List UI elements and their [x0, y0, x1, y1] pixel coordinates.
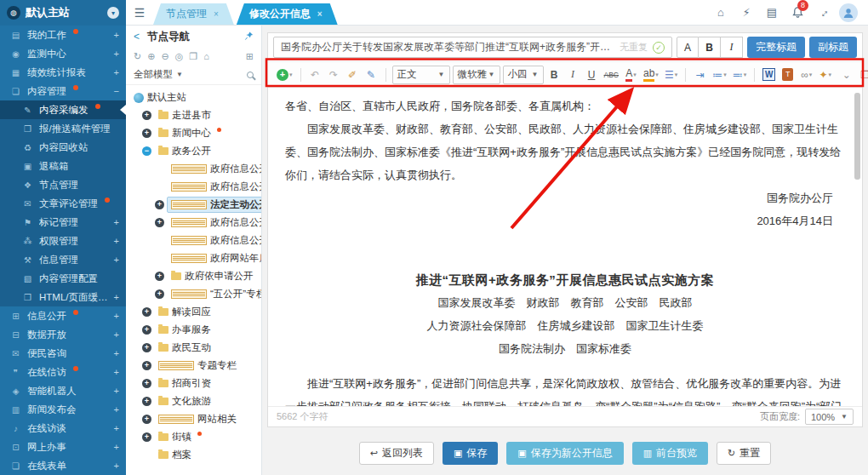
sidebar-item-html-cache[interactable]: ❐HTML/页面缓存生成+ [0, 288, 126, 306]
site-switcher[interactable]: ◍ 默认主站 ▾ [0, 0, 126, 26]
expand-icon[interactable]: + [142, 397, 151, 406]
sidebar-item-press-conference[interactable]: ▥新闻发布会+ [0, 400, 126, 419]
action-button-info[interactable]: ▥前台预览 [632, 442, 708, 465]
refresh-icon[interactable]: ↻ [134, 51, 141, 62]
sidebar-item-public-consult[interactable]: ✉便民咨询+ [0, 344, 126, 363]
collapse-all-icon[interactable]: ⊖ [161, 51, 168, 62]
sidebar-item-info-management[interactable]: ⚒信息管理+ [0, 250, 126, 269]
home-node-icon[interactable]: ⌂ [203, 51, 209, 61]
sidebar-item-content-management[interactable]: ❏内容管理− [0, 82, 126, 100]
tree-node-row[interactable]: 政府信息公开指南 [126, 160, 261, 178]
tree-node[interactable]: 政务公开 [154, 143, 215, 159]
expand-icon[interactable]: + [114, 329, 119, 340]
page-width-select[interactable]: 100% ▼ [805, 409, 854, 425]
tree-node[interactable]: 政民互动 [154, 340, 215, 356]
tree-node[interactable]: 文化旅游 [154, 393, 215, 409]
tree-node-row[interactable]: +文化旅游 [126, 392, 261, 410]
expand-icon[interactable]: + [142, 343, 151, 352]
highlight-color-icon[interactable]: ab▾ [642, 66, 660, 84]
italic-icon[interactable]: I [565, 66, 581, 84]
expand-icon[interactable]: + [114, 292, 119, 302]
font-family-select[interactable]: 微软雅▼ [453, 66, 500, 84]
hamburger-icon[interactable]: ☰ [126, 0, 153, 26]
word-import-icon[interactable]: W [761, 66, 777, 84]
news-icon[interactable]: ▤ [759, 0, 785, 26]
action-button-plain[interactable]: ↩返回列表 [359, 442, 434, 465]
expand-icon[interactable]: + [142, 361, 151, 370]
tree-node-row[interactable]: 默认主站 [126, 89, 261, 106]
expand-icon[interactable]: + [114, 236, 119, 246]
tree-node[interactable]: 政府信息公开制度 [167, 179, 261, 195]
expand-icon[interactable]: + [155, 218, 164, 227]
tab-node-management[interactable]: 节点管理× [153, 3, 234, 25]
tree-node-row[interactable]: +专题专栏 [126, 357, 261, 375]
expand-icon[interactable]: + [142, 129, 151, 138]
tree-node-row[interactable]: +街镇 [126, 428, 261, 446]
tree-node[interactable]: 网站相关 [154, 411, 241, 427]
tree-node-row[interactable]: 政府信息公开年报 [126, 232, 261, 249]
tree-node[interactable]: 政府信息公开年报 [167, 232, 261, 249]
site-view-icon[interactable]: ◎ [175, 51, 184, 62]
tree-node-row[interactable]: +政府依申请公开 [126, 267, 261, 285]
paragraph-select[interactable]: 正文▼ [392, 66, 450, 84]
tree-node[interactable]: 解读回应 [154, 304, 215, 320]
full-title-button[interactable]: 完整标题 [747, 37, 805, 58]
expand-icon[interactable]: + [114, 348, 119, 358]
sidebar-item-performance-reports[interactable]: ▦绩效统计报表+ [0, 63, 126, 82]
action-button-plain[interactable]: ↻重置 [717, 442, 771, 465]
tab-edit-public-info[interactable]: 修改公开信息× [237, 3, 338, 25]
tab-close-icon[interactable]: × [317, 9, 323, 19]
tree-node[interactable]: 办事服务 [154, 322, 215, 338]
font-size-select[interactable]: 小四▼ [503, 66, 544, 84]
format-painter-icon[interactable]: ✐ [345, 66, 361, 84]
tree-node-row[interactable]: +解读回应 [126, 303, 261, 321]
expand-icon[interactable]: + [142, 432, 151, 442]
tree-node-row[interactable]: 政府网站年度报表 [126, 249, 261, 267]
more-tools-icon[interactable]: ⌄ [838, 66, 854, 84]
sidebar-item-content-editing[interactable]: ✎内容采编发 [0, 100, 126, 119]
user-avatar[interactable] [836, 0, 861, 26]
sidebar-item-my-work[interactable]: ▤我的工作+ [0, 26, 126, 44]
tab-close-icon[interactable]: × [214, 9, 219, 19]
title-color-button[interactable]: A [677, 37, 699, 58]
tree-node-row[interactable]: +法定主动公开内容 [126, 196, 261, 214]
bold-icon[interactable]: B [546, 66, 562, 84]
expand-icon[interactable]: + [114, 67, 119, 77]
save-button[interactable]: ▣保存 [443, 442, 498, 465]
undo-icon[interactable]: ↶ [307, 66, 323, 84]
model-filter[interactable]: 全部模型 ▼ [126, 65, 261, 85]
quick-action-icon[interactable]: ⚡ [734, 0, 759, 26]
tree-node-row[interactable]: −政务公开 [126, 142, 261, 160]
tree-node-row[interactable]: 档案 [126, 446, 261, 464]
tree-node[interactable]: 政府信息公开指南 [167, 161, 261, 177]
expand-icon[interactable]: + [114, 311, 119, 321]
sidebar-item-permission-management[interactable]: ⁂权限管理+ [0, 232, 126, 250]
action-button-info[interactable]: ▣保存为新公开信息 [506, 442, 623, 465]
collapse-icon[interactable]: − [142, 146, 151, 156]
expand-icon[interactable]: + [114, 255, 119, 265]
tree-node[interactable]: 政府信息公开目录 [167, 215, 261, 231]
sidebar-item-data-open[interactable]: ⊟数据开放+ [0, 325, 126, 344]
tree-node[interactable]: 招商引资 [154, 375, 215, 392]
title-italic-button[interactable]: I [721, 37, 743, 58]
title-bold-button[interactable]: B [699, 37, 721, 58]
tree-node-row[interactable]: +网站相关 [126, 410, 261, 428]
tree-node-row[interactable]: +招商引资 [126, 375, 261, 392]
ordered-list-icon[interactable]: ≔▾ [711, 66, 728, 84]
expand-icon[interactable]: + [142, 415, 151, 424]
sidebar-item-content-recycle[interactable]: ♻内容回收站 [0, 138, 126, 157]
sidebar-item-online-forms[interactable]: ❏在线表单+ [0, 456, 126, 475]
tree-node-row[interactable]: +政民互动 [126, 339, 261, 357]
pin-icon[interactable] [244, 31, 254, 43]
underline-icon[interactable]: U [584, 66, 600, 84]
tree-node[interactable]: 档案 [154, 447, 196, 463]
link-icon[interactable]: ∞▾ [798, 66, 814, 84]
expand-icon[interactable]: + [142, 111, 151, 120]
sidebar-item-node-management[interactable]: ❖节点管理 [0, 175, 126, 194]
tree-node-row[interactable]: 政府信息公开制度 [126, 178, 261, 196]
sidebar-item-online-petition[interactable]: ❞在线信访+ [0, 363, 126, 381]
insert-template-icon[interactable]: +▾ [275, 66, 294, 84]
notification-bell-icon[interactable]: 8 [785, 0, 810, 26]
expand-icon[interactable]: + [155, 289, 164, 299]
expand-all-icon[interactable]: ⊕ [147, 51, 155, 62]
